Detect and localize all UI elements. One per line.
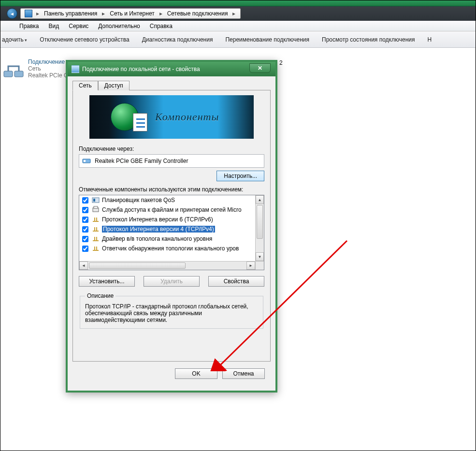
description-text: Протокол TCP/IP - стандартный протокол г…: [85, 303, 258, 323]
scroll-down-icon[interactable]: ▼: [256, 252, 264, 261]
address-bar: ◄ ▸ Панель управления ▸ Сеть и Интернет …: [0, 6, 476, 21]
component-label: Протокол Интернета версии 6 (TCP/IPv6): [102, 216, 213, 223]
component-checkbox[interactable]: [82, 207, 88, 213]
close-button[interactable]: ✕: [249, 63, 271, 73]
tab-network[interactable]: Сеть: [72, 81, 98, 90]
component-label: Планировщик пакетов QoS: [102, 197, 175, 204]
svg-rect-5: [93, 199, 95, 202]
qos-icon: [92, 196, 100, 204]
component-checkbox[interactable]: [82, 226, 88, 233]
properties-dialog: Подключение по локальной сети - свойства…: [66, 60, 277, 393]
component-checkbox[interactable]: [82, 217, 88, 223]
rename-connection-button[interactable]: Переименование подключения: [225, 36, 309, 43]
control-panel-icon: [25, 10, 32, 17]
scroll-right-icon[interactable]: ►: [246, 262, 255, 270]
menu-advanced[interactable]: Дополнительно: [95, 22, 143, 30]
breadcrumb-item-network-connections[interactable]: Сетевые подключения: [164, 9, 231, 18]
components-label: Отмеченные компоненты используются этим …: [79, 186, 264, 193]
menu-help[interactable]: Справка: [147, 22, 175, 30]
breadcrumb-item-control-panel[interactable]: Панель управления: [41, 9, 100, 18]
component-checkbox[interactable]: [82, 246, 88, 252]
svg-rect-1: [14, 71, 23, 77]
chevron-right-icon: ▸: [231, 10, 236, 17]
svg-rect-7: [94, 206, 98, 208]
vertical-scrollbar[interactable]: ▲ ▼: [255, 195, 264, 261]
description-legend: Описание: [85, 292, 115, 299]
menu-view[interactable]: Вид: [46, 22, 62, 30]
properties-button[interactable]: Свойства: [208, 276, 264, 287]
organize-button[interactable]: адочить: [2, 36, 27, 43]
scroll-corner: [255, 261, 264, 270]
banner: Компоненты: [89, 95, 254, 139]
description-group: Описание Протокол TCP/IP - стандартный п…: [80, 292, 263, 329]
command-bar: адочить Отключение сетевого устройства Д…: [0, 31, 476, 48]
protocol-icon: [92, 225, 100, 233]
truncated-command[interactable]: Н: [427, 36, 432, 43]
protocol-icon: [92, 235, 100, 243]
menu-bar: Правка Вид Сервис Дополнительно Справка: [0, 21, 476, 31]
component-label: Драйвер в/в тополога канального уровня: [102, 235, 212, 242]
dialog-titlebar[interactable]: Подключение по локальной сети - свойства…: [68, 62, 275, 76]
adapter-box: Realtek PCIe GBE Family Controller: [79, 154, 264, 168]
scroll-left-icon[interactable]: ◄: [79, 262, 88, 270]
scroll-thumb[interactable]: [257, 205, 263, 239]
menu-tools[interactable]: Сервис: [66, 22, 91, 30]
breadcrumb-item-network-internet[interactable]: Сеть и Интернет: [107, 9, 157, 18]
banner-text: Компоненты: [155, 111, 219, 123]
component-label: Ответчик обнаружения топологии канальног…: [102, 245, 239, 252]
list-item: Протокол Интернета версии 6 (TCP/IPv6): [79, 215, 255, 224]
view-status-button[interactable]: Просмотр состояния подключения: [322, 36, 415, 43]
uninstall-button: Удалить: [144, 276, 200, 287]
disable-device-button[interactable]: Отключение сетевого устройства: [40, 36, 129, 43]
breadcrumb: ▸ Панель управления ▸ Сеть и Интернет ▸ …: [20, 8, 241, 19]
ok-button[interactable]: OK: [175, 368, 217, 379]
diagnose-connection-button[interactable]: Диагностика подключения: [142, 36, 213, 43]
protocol-icon: [92, 216, 100, 223]
component-label: Протокол Интернета версии 4 (TCP/IPv4): [102, 226, 215, 233]
scroll-up-icon[interactable]: ▲: [256, 195, 264, 204]
tab-strip: Сеть Доступ: [72, 80, 271, 90]
network-adapter-icon: [2, 58, 25, 82]
protocol-icon: [92, 245, 100, 252]
configure-button[interactable]: Настроить...: [216, 171, 264, 181]
list-item: Планировщик пакетов QoS: [79, 195, 255, 205]
file-print-share-icon: [92, 206, 100, 214]
tab-sharing[interactable]: Доступ: [98, 81, 130, 90]
install-button[interactable]: Установить...: [79, 276, 135, 287]
chevron-right-icon: ▸: [159, 10, 163, 17]
list-item: Протокол Интернета версии 4 (TCP/IPv4): [79, 224, 255, 234]
network-icon: [72, 65, 79, 73]
component-checkbox[interactable]: [82, 236, 88, 242]
dialog-title: Подключение по локальной сети - свойства: [82, 66, 200, 73]
nic-icon: [82, 157, 91, 165]
window-titlebar-remnant: [0, 0, 476, 6]
nav-back-button[interactable]: ◄: [7, 8, 17, 19]
list-item: Ответчик обнаружения топологии канальног…: [79, 244, 255, 253]
svg-rect-3: [84, 160, 86, 162]
tab-panel-network: Компоненты Подключение через: Realtek PC…: [72, 90, 271, 362]
component-checkbox[interactable]: [82, 197, 88, 204]
list-item: Драйвер в/в тополога канального уровня: [79, 234, 255, 244]
list-item: Служба доступа к файлам и принтерам сете…: [79, 205, 255, 215]
components-listbox[interactable]: Планировщик пакетов QoS Служба доступа к…: [79, 195, 264, 270]
connect-label: Подключение через:: [79, 145, 264, 152]
svg-rect-0: [4, 71, 13, 77]
menu-edit[interactable]: Правка: [16, 22, 42, 30]
adapter-name: Realtek PCIe GBE Family Controller: [95, 158, 188, 164]
checklist-icon: [133, 113, 147, 131]
cancel-button[interactable]: Отмена: [222, 368, 265, 379]
close-icon: ✕: [258, 65, 262, 72]
chevron-right-icon: ▸: [35, 10, 40, 17]
horizontal-scrollbar[interactable]: ◄ ►: [79, 261, 255, 270]
chevron-right-icon: ▸: [101, 10, 106, 17]
scroll-thumb[interactable]: [89, 262, 186, 269]
component-label: Служба доступа к файлам и принтерам сете…: [102, 206, 242, 213]
